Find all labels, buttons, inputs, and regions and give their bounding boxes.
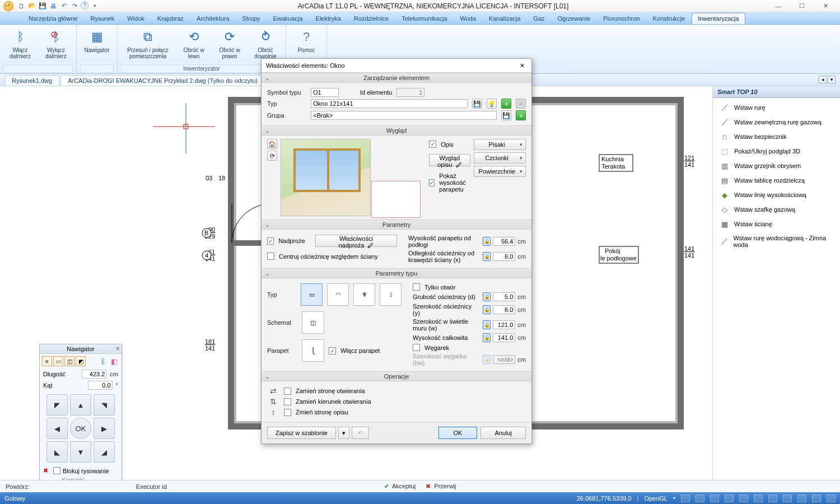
smart-item[interactable]: ◆Wstaw linię wysokościową [713,188,840,202]
ribbon-tab[interactable]: Inwentaryzacja [692,13,745,24]
ribbon-tab[interactable]: Architektura [190,13,236,24]
ribbon-tab[interactable]: Narzędzia główne [22,13,83,24]
total-height-input[interactable] [493,333,515,342]
swap-side-checkbox[interactable] [284,388,291,395]
fonts-dropdown[interactable]: Czcionki [474,152,526,164]
rotate-left-button[interactable]: ⟲ Obróć w lewo [177,26,211,61]
nav-mode-icon[interactable]: ◫ [64,356,74,366]
qat-help-icon[interactable]: ? [81,2,88,10]
tab-scroll-right-icon[interactable]: ▾ [828,76,836,83]
symbol-input[interactable] [311,88,339,97]
ribbon-tab[interactable]: Ogrzewanie [552,13,597,24]
ribbon-tab[interactable]: Elektryka [310,13,347,24]
dialog-titlebar[interactable]: Właściwości elementu: Okno ✕ [262,59,531,73]
ok-button[interactable]: OK [438,427,478,439]
section-header[interactable]: ⌄Operacje [262,371,531,381]
move-join-rooms-button[interactable]: ⧉ Przesuń i połącz pomieszczenia [121,26,175,61]
qat-undo-icon[interactable]: ↶ [59,2,68,11]
tab-scroll-left-icon[interactable]: ◂ [819,76,827,83]
enable-rangefinder-button[interactable]: ᛒ Włącz dalmierz [3,26,37,61]
qat-open-icon[interactable]: 📂 [27,2,36,11]
section-header[interactable]: ⌄Zarządzanie elementem [262,73,531,83]
window-type-tile[interactable]: ♆ [353,283,375,306]
lock-icon[interactable]: 🔒 [483,252,491,261]
undo-dialog-button[interactable]: ↶ [352,427,369,439]
ribbon-tab[interactable]: Gaz [527,13,550,24]
nav-pad-s[interactable]: ▼ [70,441,91,463]
smart-item[interactable]: ▥Wstaw grzejnik obrysem [713,158,840,173]
ribbon-tab[interactable]: Kanalizacja [483,13,526,24]
doc-tab[interactable]: Rysunek1.dwg [4,75,59,86]
wall-width-input[interactable] [493,320,515,329]
nav-mode-icon[interactable]: ◩ [76,356,86,366]
doc-tab[interactable]: ArCADia-DROGI EWAKUACYJNE Przykład 2.dwg… [60,75,265,86]
ribbon-tab[interactable]: Piorunochron [597,13,646,24]
qat-print-icon[interactable]: 🖶 [49,2,58,11]
opis-look-button[interactable]: Wygląd opisu 🖉 [429,154,470,166]
nav-pad-n[interactable]: ▲ [70,394,91,416]
status-icon[interactable] [754,494,763,502]
pens-dropdown[interactable]: Pisaki [474,139,526,150]
status-icon[interactable] [696,494,704,502]
nav-mode-icon[interactable]: ≡ [42,356,52,366]
status-icon[interactable] [710,494,719,502]
reject-button[interactable]: ✖ Przerwij [426,483,456,490]
save-template-dropdown[interactable]: ▾ [338,427,349,439]
smart-item[interactable]: ⬚Pokaż/Ukryj podgląd 3D [713,144,840,158]
status-icon[interactable] [725,494,734,502]
status-icon[interactable] [681,494,690,502]
surfaces-dropdown[interactable]: Powierzchnie [474,166,526,177]
renderer-label[interactable]: OpenGL [644,495,668,502]
qat-save-icon[interactable]: 💾 [38,2,47,11]
lintel-props-button[interactable]: Właściwości nadproża 🖉 [315,235,397,247]
lock-icon[interactable]: 🔒 [483,292,491,301]
smart-item[interactable]: ⎍Wstaw bezpiecznik [713,129,840,144]
hole-only-checkbox[interactable] [413,283,420,291]
navigator-button[interactable]: ▦ Nawigator [80,26,114,55]
section-header[interactable]: ⌄Wygląd [262,125,531,136]
accept-button[interactable]: ✔ Akceptuj [384,483,416,490]
show-height-checkbox[interactable]: ✓ [429,179,435,186]
rotate-right-button[interactable]: ⟳ Obróć w prawo [213,26,246,61]
lock-icon[interactable]: 🔒 [483,305,491,314]
lock-draw-checkbox[interactable] [53,467,60,474]
nav-pad-e[interactable]: ▶ [94,418,115,439]
ribbon-tab[interactable]: Konstrukcje [647,13,691,24]
qat-dropdown-icon[interactable]: ▾ [90,2,99,11]
section-header[interactable]: ⌄Parametry typu [262,268,531,278]
help-ribbon-button[interactable]: ? Pomoc [290,26,323,55]
enable-sill-checkbox[interactable]: ✓ [329,347,336,354]
smart-item[interactable]: ／Wstaw zewnętrzną rurę gazową [713,115,840,129]
ribbon-tab[interactable]: Rysunek [84,13,120,24]
smart-item[interactable]: ／Wstaw rurę [713,100,840,115]
ribbon-tab[interactable]: Stropy [236,13,267,24]
ribbon-tab[interactable]: Krajobraz [151,13,190,24]
status-icon[interactable] [783,494,792,502]
save-template-button[interactable]: Zapisz w szablonie [267,427,336,439]
length-input[interactable] [82,370,106,379]
angle-input[interactable] [88,381,113,390]
rotate-free-button[interactable]: ⥁ Obróć dowolnie [249,26,282,61]
maximize-button[interactable]: ☐ [791,1,813,11]
frame-thick-input[interactable] [493,292,515,301]
smart-item[interactable]: ◇Wstaw szafkę gazową [713,202,840,217]
smart-item[interactable]: ／Wstaw rurę wodociągową - Zimna woda [713,231,840,251]
nav-pad-se[interactable]: ◢ [94,441,115,463]
lock-icon[interactable]: 🔒 [483,237,491,246]
nav-eraser-icon[interactable]: ◧ [109,356,119,366]
ribbon-tab[interactable]: Woda [454,13,483,24]
ribbon-tab[interactable]: Ewakuacja [267,13,309,24]
minimize-button[interactable]: — [767,1,790,11]
status-icon[interactable] [797,494,806,502]
sill-height-input[interactable] [493,237,515,246]
type-input[interactable] [311,99,468,108]
group-input[interactable] [311,111,497,120]
window-type-tile[interactable]: ▭ [301,283,323,306]
window-type-tile[interactable]: ◠ [327,283,349,306]
nav-pad-w[interactable]: ◀ [46,418,68,439]
properties-dialog[interactable]: Właściwości elementu: Okno ✕ ⌄Zarządzani… [261,58,532,444]
frame-offset-input[interactable] [493,252,515,261]
navigator-panel[interactable]: Nawigator✕ ≡ ▭ ◫ ◩ ᛒ ◧ Długość cm Kąt ° … [39,344,122,492]
lock-icon[interactable]: 🔒 [483,320,491,329]
opis-checkbox[interactable]: ✓ [429,141,436,148]
